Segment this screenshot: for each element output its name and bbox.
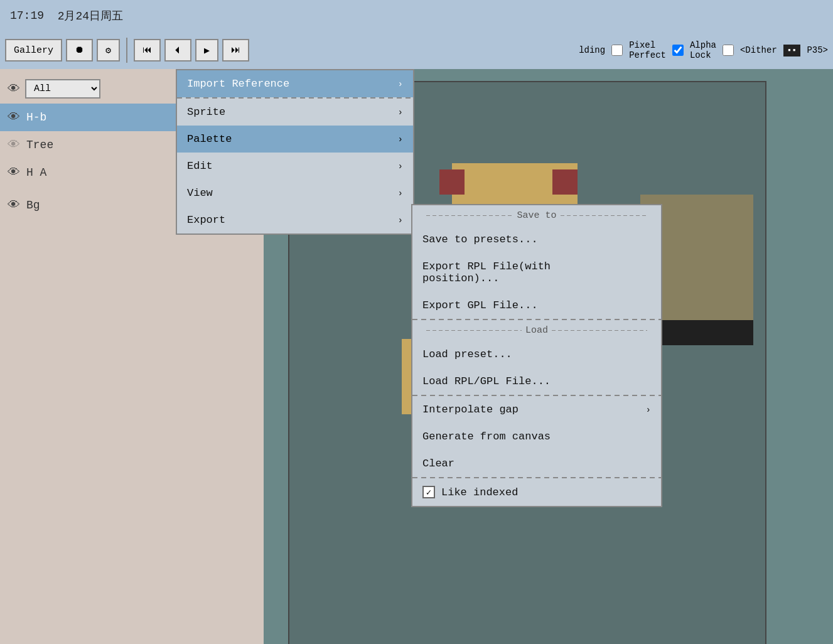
alpha-lock-label: AlphaLock [690, 40, 716, 60]
menu-label-clear: Clear [422, 458, 454, 470]
layer-eye-tree[interactable]: 👁 [8, 137, 20, 153]
section-save-to-label: Save to [517, 210, 557, 221]
chevron-interpolate: › [646, 405, 651, 415]
menu-item-generate[interactable]: Generate from canvas [412, 423, 661, 450]
status-date: 2月24日周五 [58, 8, 123, 23]
dither-label: <Dither [740, 45, 777, 55]
svg-rect-3 [439, 169, 465, 195]
menu-label-load-rpl-gpl: Load RPL/GPL File... [422, 375, 551, 387]
menu-label-export-gpl: Export GPL File... [422, 299, 538, 311]
layer-name-tree: Tree [26, 139, 53, 151]
layer-name-ha: H A [26, 166, 46, 179]
chevron-import-reference: › [398, 79, 403, 89]
chevron-export: › [398, 215, 403, 225]
chevron-edit: › [398, 161, 403, 171]
menu-item-clear[interactable]: Clear [412, 450, 661, 477]
menu-item-view[interactable]: View › [177, 180, 413, 207]
skip-start-button[interactable]: ⏮ [134, 39, 161, 62]
filter-eye-icon: 👁 [8, 82, 20, 97]
menu-label-view: View [187, 187, 213, 199]
dither-icon: ▪▪ [783, 45, 801, 56]
menu-item-export-gpl[interactable]: Export GPL File... [412, 292, 661, 319]
menu-label-like-indexed: Like indexed [441, 486, 518, 498]
palette-submenu: Save to Save to presets... Export RPL Fi… [411, 204, 662, 507]
layer-eye-bg[interactable]: 👁 [8, 198, 20, 213]
menu-label-load-preset: Load preset... [422, 348, 512, 360]
blending-label: lding [579, 45, 605, 55]
menu-item-export-rpl[interactable]: Export RPL File(withposition)... [412, 253, 661, 292]
menu-label-palette: Palette [187, 133, 232, 145]
menu-item-interpolate[interactable]: Interpolate gap › [412, 396, 661, 423]
menu-item-load-rpl-gpl[interactable]: Load RPL/GPL File... [412, 368, 661, 395]
settings-button[interactable]: ⚙ [97, 39, 120, 62]
gallery-button[interactable]: Gallery [5, 39, 62, 62]
menu-label-export-rpl: Export RPL File(withposition)... [422, 260, 551, 284]
pixel-perfect-checkbox[interactable] [672, 45, 684, 56]
menu-label-generate: Generate from canvas [422, 431, 551, 443]
menu-item-save-presets[interactable]: Save to presets... [412, 226, 661, 253]
palette-label: P35> [807, 45, 828, 55]
section-load: Load [412, 320, 661, 341]
status-time: 17:19 [10, 9, 44, 22]
menu-item-load-preset[interactable]: Load preset... [412, 341, 661, 368]
toolbar-right: lding PixelPerfect AlphaLock <Dither ▪▪ … [579, 40, 828, 60]
menu-label-import-reference: Import Reference [187, 78, 289, 90]
layer-eye-ha[interactable]: 👁 [8, 165, 20, 180]
like-indexed-checkbox[interactable]: ✓ [422, 486, 435, 498]
menu-item-export[interactable]: Export › [177, 207, 413, 233]
menu-item-edit[interactable]: Edit › [177, 153, 413, 180]
section-load-label: Load [525, 325, 548, 336]
menu-label-sprite: Sprite [187, 106, 225, 118]
menu-label-export: Export [187, 214, 225, 226]
menu-label-interpolate: Interpolate gap [422, 404, 519, 416]
layer-name-bg: Bg [26, 199, 40, 212]
pixel-perfect-label: PixelPerfect [629, 40, 666, 60]
chevron-palette: › [398, 134, 403, 144]
menu-item-sprite[interactable]: Sprite › [177, 99, 413, 126]
blending-checkbox[interactable] [611, 45, 623, 56]
menu-label-edit: Edit [187, 160, 213, 172]
menu-item-import-reference[interactable]: Import Reference › [177, 70, 413, 97]
prev-button[interactable]: ⏴ [164, 39, 191, 62]
svg-rect-4 [552, 169, 578, 195]
menu-item-palette[interactable]: Palette › [177, 126, 413, 153]
record-button[interactable]: ⏺ [66, 39, 93, 62]
status-bar: 17:19 2月24日周五 [0, 0, 833, 31]
layer-filter-select[interactable]: All [25, 79, 100, 99]
layer-eye-hb[interactable]: 👁 [8, 110, 20, 125]
menu-item-like-indexed[interactable]: ✓ Like indexed [412, 478, 661, 506]
section-save-to: Save to [412, 205, 661, 226]
next-button[interactable]: ⏭ [222, 39, 249, 62]
primary-menu: Import Reference › Sprite › Palette › Ed… [176, 69, 414, 235]
layer-name-hb: H-b [26, 111, 46, 124]
toolbar-separator-1 [126, 38, 127, 63]
alpha-lock-checkbox[interactable] [723, 45, 734, 56]
menu-label-save-presets: Save to presets... [422, 233, 538, 245]
chevron-view: › [398, 188, 403, 198]
play-button[interactable]: ▶ [195, 39, 218, 62]
chevron-sprite: › [398, 107, 403, 117]
toolbar: Gallery ⏺ ⚙ ⏮ ⏴ ▶ ⏭ lding PixelPerfect A… [0, 31, 833, 69]
